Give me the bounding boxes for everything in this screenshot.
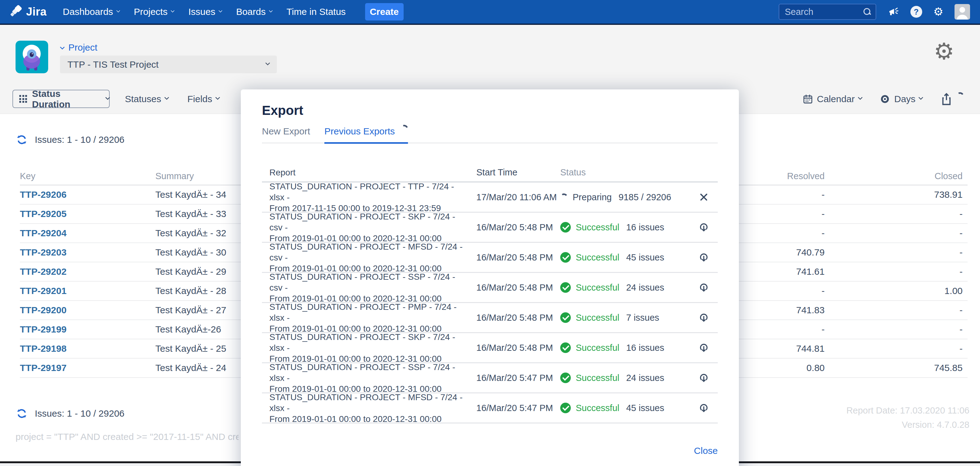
export-start-time: 16/Mar/20 5:47 PM [469,373,560,383]
export-start-time: 16/Mar/20 5:48 PM [469,252,560,263]
nav-menu-item[interactable]: Boards [236,6,272,17]
issue-closed: - [830,339,967,358]
success-check-icon [560,222,571,233]
export-report-name: STATUS_DURATION - PROJECT - SKP - 7/24 -… [269,331,469,353]
nav-menu-item[interactable]: Projects [134,6,174,17]
cancel-export-icon[interactable] [698,192,709,203]
tab-previous-exports[interactable]: Previous Exports [325,126,408,144]
export-report-name: STATUS_DURATION - PROJECT - SSP - 7/24 -… [269,271,469,293]
megaphone-icon[interactable] [888,6,899,18]
download-icon[interactable] [698,402,710,414]
modal-close-button[interactable]: Close [694,445,718,456]
issue-key-link[interactable]: TTP-29203 [20,247,67,257]
issue-key-link[interactable]: TTP-29199 [20,324,67,334]
export-report-name: STATUS_DURATION - PROJECT - SKP - 7/24 -… [269,211,469,233]
success-check-icon [560,372,571,383]
issue-closed: - [830,243,967,262]
export-report-name: STATUS_DURATION - PROJECT - SSP - 7/24 -… [269,362,469,384]
report-type-button[interactable]: Status Duration [13,90,110,108]
chevron-down-icon [269,8,273,13]
export-row: STATUS_DURATION - PROJECT - PMP - 7/24 -… [262,303,718,333]
download-icon[interactable] [698,221,710,233]
success-check-icon [560,342,571,353]
help-icon[interactable]: ? [910,6,922,18]
download-icon[interactable] [698,341,710,354]
spinner-icon [955,91,964,100]
user-avatar[interactable] [955,4,970,19]
gear-icon[interactable]: ⚙ [933,6,943,17]
chevron-down-icon [170,8,175,13]
nav-menu-item[interactable]: Time in Status [286,6,346,17]
calendar-icon [803,94,813,104]
jira-logo[interactable]: Jira [10,5,47,19]
tab-new-export[interactable]: New Export [262,126,310,143]
export-row: STATUS_DURATION - PROJECT - SSP - 7/24 -… [262,363,718,393]
issue-key-link[interactable]: TTP-29201 [20,285,67,296]
create-button[interactable]: Create [365,3,404,21]
export-row: STATUS_DURATION - PROJECT - MFSD - 7/24 … [262,393,718,423]
eye-icon [879,94,891,105]
download-icon[interactable] [698,311,710,324]
fields-dropdown[interactable]: Fields [187,90,220,108]
success-check-icon [560,312,571,323]
status-text: Successful [576,313,619,323]
issue-key-link[interactable]: TTP-29204 [20,228,67,238]
settings-gear-icon[interactable]: ⚙ [934,40,954,63]
nav-menu-item[interactable]: Issues [188,6,222,17]
export-report-name: STATUS_DURATION - PROJECT - MFSD - 7/24 … [269,241,469,263]
search-input[interactable] [785,7,863,17]
status-detail: 24 issues [626,282,664,293]
chevron-down-icon [164,95,169,100]
issue-closed: 745.85 [830,358,967,377]
search-icon [863,8,871,16]
status-detail: 16 issues [626,222,664,233]
col-status: Status [560,167,690,178]
status-text: Successful [576,373,619,383]
chevron-down-icon [918,95,923,100]
export-button[interactable] [940,90,957,108]
nav-menu-item[interactable]: Dashboards [63,6,119,17]
export-start-time: 16/Mar/20 5:47 PM [469,403,560,413]
issue-key-link[interactable]: TTP-29197 [20,363,67,373]
issue-key-link[interactable]: TTP-29200 [20,305,67,315]
issue-closed: - [830,262,967,281]
issue-key-link[interactable]: TTP-29198 [20,343,67,353]
global-search[interactable] [779,4,876,20]
top-navbar: Jira Dashboards Projects Issues [0,0,980,25]
jira-logo-icon [10,5,23,19]
modal-tabs: New Export Previous Exports [262,126,718,143]
export-row: STATUS_DURATION - PROJECT - MFSD - 7/24 … [262,243,718,273]
issues-count-label: Issues: 1 - 10 / 29206 [35,408,125,419]
issue-closed: - [830,301,967,320]
days-dropdown[interactable]: Days [879,90,923,108]
chevron-down-icon [218,8,223,13]
refresh-icon[interactable] [16,133,28,146]
col-closed: Closed [830,168,967,185]
project-select[interactable]: TTP - TIS Test Project [60,55,277,73]
export-report-range: From 2019-01-01 00:00 to 2020-12-31 00:0… [269,414,469,425]
plugin-version: Version: 4.7.0.28 [902,420,969,430]
chevron-down-icon [116,8,120,13]
project-avatar [16,41,48,73]
success-check-icon [560,282,571,293]
download-icon[interactable] [698,281,710,294]
download-icon[interactable] [698,251,710,263]
download-icon[interactable] [698,372,710,384]
status-text: Successful [576,403,619,413]
issue-key-link[interactable]: TTP-29202 [20,266,67,277]
calendar-dropdown[interactable]: Calendar [803,90,862,108]
export-start-time: 16/Mar/20 5:48 PM [469,343,560,353]
issue-key-link[interactable]: TTP-29206 [20,189,67,200]
breadcrumb-project[interactable]: Project [60,42,97,53]
col-report: Report [262,167,469,178]
modal-title: Export [262,103,303,118]
export-start-time: 16/Mar/20 5:48 PM [469,313,560,323]
spinner-icon [560,193,568,201]
statuses-dropdown[interactable]: Statuses [125,90,169,108]
refresh-icon[interactable] [16,407,28,420]
jql-query-text: project = "TTP" AND created >= "2017-11-… [16,431,239,442]
issue-key-link[interactable]: TTP-29205 [20,209,67,219]
export-row: STATUS_DURATION - PROJECT - SKP - 7/24 -… [262,213,718,243]
issues-count-bar: Issues: 1 - 10 / 29206 [16,133,125,146]
exports-table: Report Start Time Status STATUS_DURATION… [262,163,718,423]
